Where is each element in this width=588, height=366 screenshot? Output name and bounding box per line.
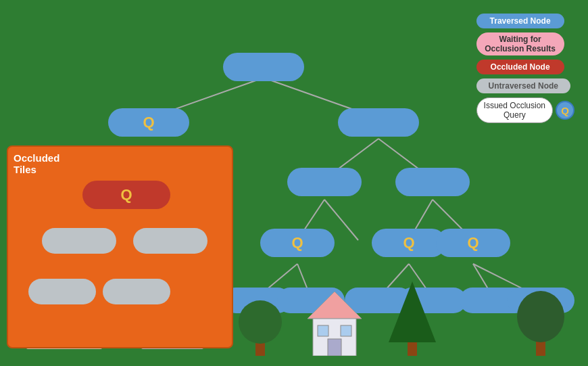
level2-right-right-node [395, 168, 470, 196]
svg-marker-44 [389, 281, 436, 342]
occluded-tiles-title: Occluded Tiles [14, 152, 226, 175]
svg-rect-41 [318, 325, 328, 336]
legend-untraversed: Untraversed Node [476, 78, 574, 93]
legend-occluded: Occluded Node [476, 60, 574, 74]
legend-issued-label: Issued Occlusion Query [476, 97, 553, 123]
legend-waiting-node: Waiting for Occlusion Results [476, 32, 564, 55]
legend-issued: Issued Occlusion Query Q [476, 97, 574, 123]
tree-triangle [389, 281, 436, 356]
tree-round-right [514, 288, 568, 356]
level3-q1-node: Q [260, 229, 335, 257]
svg-marker-38 [308, 292, 362, 319]
svg-rect-42 [341, 325, 351, 336]
legend: Traversed Node Waiting for Occlusion Res… [476, 14, 574, 123]
occluded-gray-node2 [133, 228, 207, 254]
level1-right-node [338, 108, 419, 137]
svg-point-46 [517, 291, 564, 342]
occluded-tiles-box: Occluded Tiles Q [7, 145, 233, 348]
legend-q-symbol: Q [556, 101, 574, 120]
occluded-q-node: Q [82, 181, 170, 209]
house [308, 288, 362, 356]
occluded-gray-node4 [103, 279, 170, 304]
svg-rect-40 [328, 339, 341, 356]
legend-traversed-node: Traversed Node [476, 14, 564, 28]
level3-q3-node: Q [436, 229, 510, 257]
level3-q2-node: Q [372, 229, 446, 257]
level1-left-node: Q [108, 108, 189, 137]
level2-right-left-node [287, 168, 362, 196]
svg-point-37 [239, 300, 282, 344]
legend-waiting: Waiting for Occlusion Results [476, 32, 574, 55]
legend-untraversed-node: Untraversed Node [476, 78, 570, 93]
legend-traversed: Traversed Node [476, 14, 574, 28]
legend-occluded-node: Occluded Node [476, 60, 564, 74]
root-node [223, 53, 304, 81]
occluded-gray-node3 [28, 279, 96, 304]
tree-round-left [237, 295, 284, 356]
occluded-gray-node1 [42, 228, 116, 254]
